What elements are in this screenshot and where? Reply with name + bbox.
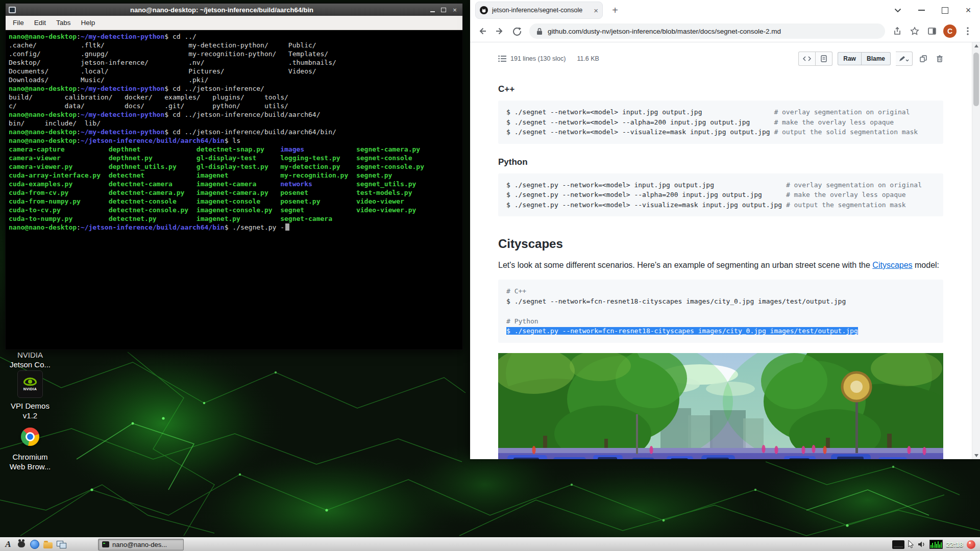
code-line: $ ./segnet.py --network=<model> --alpha=…	[506, 190, 935, 200]
paragraph-text: model:	[913, 261, 939, 269]
side-panel-button[interactable]	[924, 23, 940, 39]
text-segment: :	[77, 33, 81, 40]
star-icon	[910, 27, 919, 36]
browser-minimize-button[interactable]	[910, 0, 933, 20]
segmented-street-image	[498, 353, 943, 460]
text-segment: $ ./segnet.py -	[225, 223, 284, 231]
share-icon	[893, 27, 902, 36]
reload-button[interactable]	[509, 23, 525, 39]
text-segment: cuda-array-interface.py detectnet imagen…	[9, 171, 392, 179]
desktop-icon-label: Jetson Co...	[2, 360, 58, 369]
text-segment: nano@nano-desktop	[9, 137, 77, 144]
terminal-minimize-button[interactable]	[428, 6, 437, 14]
menu-edit[interactable]: Edit	[29, 19, 51, 27]
source-view-button[interactable]	[798, 52, 816, 66]
launcher-web-browser[interactable]	[29, 539, 41, 550]
side-panel-icon	[927, 27, 937, 36]
terminal-app-icon	[9, 7, 16, 13]
app-menu-icon: A	[5, 539, 11, 549]
mouse-pointer-icon[interactable]	[908, 540, 914, 548]
app-menu-button[interactable]: A	[2, 539, 14, 550]
python-code-block[interactable]: $ ./segnet.py --network=<model> input.jp…	[498, 173, 943, 217]
edit-file-button[interactable]	[896, 52, 913, 66]
scrollbar-thumb[interactable]	[973, 53, 979, 106]
copy-button[interactable]	[918, 53, 929, 64]
profile-avatar[interactable]: C	[943, 24, 957, 38]
text-segment: $ ./segnet --network=<model> input.jpg o…	[506, 108, 774, 116]
launcher-displays[interactable]	[55, 539, 67, 550]
chromium-icon	[21, 428, 39, 446]
share-button[interactable]	[889, 23, 905, 39]
taskbar-clock[interactable]: 22:18	[946, 541, 963, 548]
desktop-icon-vpi-demos[interactable]: NVIDIA VPI Demos v1.2	[2, 370, 58, 420]
text-segment: # overlay segmentation on original	[774, 108, 910, 116]
text-segment: .cache/ .fltk/ my-detection-python/ Publ…	[9, 41, 316, 49]
terminal-close-button[interactable]: ×	[450, 6, 459, 14]
terminal-maximize-button[interactable]	[439, 6, 448, 14]
text-segment: nano@nano-desktop	[9, 33, 77, 40]
text-segment: camera-viewer.py depthnet_utils.py gl-di…	[9, 163, 424, 170]
menu-help[interactable]: Help	[76, 19, 101, 27]
raw-button[interactable]: Raw	[838, 52, 862, 66]
tab-strip: jetson-inference/segnet-console × + ×	[470, 0, 980, 20]
keyboard-indicator-icon[interactable]	[892, 540, 904, 549]
bookmark-button[interactable]	[906, 23, 923, 39]
desktop-icon-jetson[interactable]: NVIDIA Jetson Co...	[2, 350, 58, 369]
scroll-up-arrow[interactable]	[972, 42, 980, 49]
terminal-line: Downloads/ Music/ .pki/	[9, 76, 459, 84]
text-segment: ~/my-detection-python	[81, 128, 164, 136]
minimize-icon	[430, 11, 435, 12]
paragraph-text: Let's look at some different scenarios. …	[498, 261, 872, 269]
tab-search-chevron-button[interactable]	[886, 0, 910, 20]
browser-close-button[interactable]: ×	[957, 0, 980, 20]
browser-menu-button[interactable]	[960, 23, 976, 39]
browser-maximize-button[interactable]	[933, 0, 957, 20]
launcher-paw[interactable]	[15, 539, 28, 550]
text-segment: images	[280, 145, 304, 153]
new-tab-button[interactable]: +	[608, 3, 622, 17]
tab-close-icon[interactable]: ×	[594, 7, 598, 14]
minimize-icon	[918, 10, 925, 11]
terminal-output[interactable]: nano@nano-desktop:~/my-detection-python$…	[6, 30, 462, 349]
text-segment: :	[77, 223, 81, 231]
code-line: $ ./segnet --network=<model> --visualize…	[506, 127, 935, 137]
kebab-menu-icon	[967, 27, 969, 35]
cpp-code-block[interactable]: $ ./segnet --network=<model> input.jpg o…	[498, 101, 943, 144]
terminal-titlebar[interactable]: nano@nano-desktop: ~/jetson-inference/bu…	[6, 4, 462, 16]
back-button[interactable]	[474, 23, 491, 39]
cityscapes-link[interactable]: Cityscapes	[872, 261, 912, 269]
volume-icon[interactable]	[918, 541, 926, 548]
blame-button[interactable]: Blame	[862, 52, 891, 66]
menu-tabs[interactable]: Tabs	[51, 19, 76, 27]
terminal-menubar: File Edit Tabs Help	[6, 16, 462, 30]
text-segment: segnet-camera.py	[304, 145, 420, 153]
trash-icon	[937, 55, 943, 62]
url-text: github.com/dusty-nv/jetson-inference/blo…	[548, 28, 781, 35]
cpu-monitor[interactable]	[929, 540, 943, 549]
code-line: # Python	[506, 316, 935, 327]
browser-window: jetson-inference/segnet-console × + ×	[470, 0, 980, 459]
rendered-view-button[interactable]	[816, 52, 832, 66]
terminal-line: Desktop/ jetson-inference/ .nv/ .thumbna…	[9, 58, 459, 67]
browser-tab[interactable]: jetson-inference/segnet-console ×	[475, 2, 603, 19]
forward-button[interactable]	[492, 23, 508, 39]
nvidia-logo-icon: NVIDIA	[17, 370, 43, 398]
tray-status-icon[interactable]	[967, 540, 975, 549]
text-segment: bin/ include/ lib/	[9, 119, 101, 127]
terminal-line: nano@nano-desktop:~/my-detection-python$…	[9, 110, 459, 119]
desktop-icon-chromium[interactable]: Chromium Web Brow...	[2, 428, 58, 471]
page-scrollbar[interactable]	[972, 42, 980, 459]
scroll-down-arrow[interactable]	[972, 452, 980, 459]
terminal-line: cuda-from-numpy.py detectnet-console ima…	[9, 197, 459, 206]
launcher-file-manager[interactable]	[42, 539, 54, 550]
taskbar-window-button[interactable]: nano@nano-des...	[98, 539, 184, 550]
text-segment: cuda-from-cv.py detectnet-camera.py imag…	[9, 189, 412, 196]
text-segment: $ cd ../	[164, 33, 197, 40]
tab-title: jetson-inference/segnet-console	[492, 7, 590, 14]
python-heading: Python	[498, 157, 943, 167]
text-segment: camera-viewer depthnet.py gl-display-tes…	[9, 154, 412, 162]
delete-file-button[interactable]	[934, 53, 945, 64]
menu-file[interactable]: File	[8, 19, 29, 27]
cityscapes-code-block[interactable]: # C++$ ./segnet --network=fcn-resnet18-c…	[498, 280, 943, 343]
address-bar[interactable]: github.com/dusty-nv/jetson-inference/blo…	[529, 23, 885, 39]
